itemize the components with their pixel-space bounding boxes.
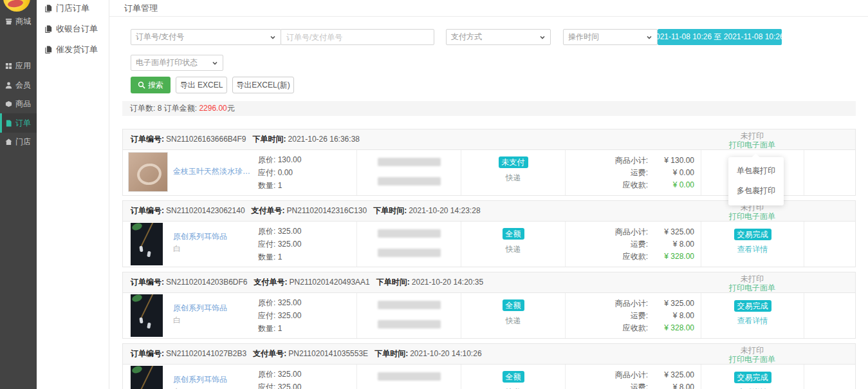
customer-info-redacted [378, 301, 441, 309]
order-time-label: 下单时间: [253, 135, 286, 144]
product-name-block: 原创系列耳饰品 白 [173, 231, 254, 254]
pay-no-value: PN2110201420493AA1 [290, 278, 370, 287]
submenu-item-urge-shipment-orders[interactable]: 催发货订单 [37, 42, 109, 57]
sidebar-item-goods[interactable]: 商品 [0, 95, 37, 113]
original-price-value: 130.00 [278, 155, 302, 164]
print-status-text: 未打印 [701, 346, 804, 355]
order-customer-cell [356, 150, 461, 195]
order-card-body: 原创系列耳饰品 白 原价: 325.00 应付: 325.00 数量: 1 全额 [123, 222, 855, 267]
order-no-label: 订单编号: [131, 135, 164, 144]
quantity-value: 1 [278, 181, 282, 190]
sidebar-item-orders[interactable]: 订单 [0, 113, 37, 133]
app-logo[interactable] [3, 0, 30, 12]
document-copy-icon [44, 46, 52, 53]
sidebar-item-stores[interactable]: 门店 [0, 133, 37, 151]
product-link[interactable]: 金枝玉叶天然淡水珍珠手链设... [173, 166, 254, 176]
waybill-print-status-select[interactable]: 电子面单打印状态 [131, 55, 223, 71]
order-actions-cell: 交易完成 查看详情 [701, 222, 804, 267]
receivable-value: ¥ 328.00 [648, 322, 694, 334]
print-status-block: 未打印 打印电子面单 [701, 345, 804, 364]
product-price-block: 原价: 325.00 应付: 325.00 数量: 1 [258, 368, 301, 389]
submenu-item-label: 门店订单 [56, 3, 89, 14]
sidebar-item-label: 门店 [15, 137, 31, 147]
date-range-button[interactable]: 2021-11-08 10:26 至 2021-11-08 10:26 [658, 29, 782, 45]
delivery-method: 快递 [461, 316, 565, 327]
submenu-item-cashier-orders[interactable]: 收银台订单 [37, 21, 109, 37]
view-details-link[interactable]: 查看详情 [701, 244, 804, 255]
subtotal-label: 商品小计: [573, 369, 648, 381]
print-waybill-link[interactable]: 打印电子面单 [701, 212, 804, 221]
shipping-value: ¥ 8.00 [648, 381, 694, 389]
product-name-block: 原创系列耳饰品 白 [173, 374, 254, 389]
select-value: 订单号/支付号 [136, 32, 184, 43]
submenu-item-store-orders[interactable]: 门店订单 [37, 1, 109, 16]
quantity-label: 数量: [258, 324, 275, 333]
multi-package-print-item[interactable]: 多包裹打印 [728, 182, 784, 199]
order-empty-cell [804, 222, 855, 267]
product-link[interactable]: 原创系列耳饰品 [173, 303, 254, 313]
order-number-type-select[interactable]: 订单号/支付号 [131, 29, 281, 45]
order-card: 订单编号:SN21102014203B6DF6支付单号:PN2110201420… [122, 272, 856, 339]
pay-method-select[interactable]: 支付方式 [446, 29, 551, 45]
print-waybill-link[interactable]: 打印电子面单 [701, 355, 804, 364]
select-value: 操作时间 [568, 32, 599, 43]
customer-info-redacted [378, 320, 441, 328]
order-card: 订单编号:SN211020141027B2B3支付单号:PN2110201410… [122, 343, 856, 389]
pay-no-value: PN211020142316C130 [287, 206, 367, 215]
order-number-input[interactable] [281, 29, 434, 45]
customer-info-redacted [378, 177, 441, 185]
leaf-graphic [131, 294, 143, 303]
product-variant: 白 [173, 315, 254, 325]
print-status-text: 未打印 [701, 274, 804, 283]
order-product-cell: 原创系列耳饰品 白 原价: 325.00 应付: 325.00 数量: 1 [123, 222, 356, 267]
chevron-down-icon [270, 34, 276, 41]
search-button[interactable]: 搜索 [131, 77, 171, 93]
chevron-down-icon [212, 60, 218, 66]
order-no-label: 订单编号: [131, 349, 164, 358]
sidebar-item-members[interactable]: 会员 [0, 76, 37, 94]
subtotal-value: ¥ 325.00 [648, 298, 694, 310]
order-payment-cell: 全额 快递 [461, 222, 565, 267]
receivable-value: ¥ 0.00 [648, 179, 694, 191]
order-actions-cell: 交易完成 查看详情 [701, 293, 804, 338]
order-amount: 2296.00 [199, 104, 226, 113]
earring-graphic [147, 323, 151, 329]
sidebar-item-apps[interactable]: 应用 [0, 57, 37, 75]
order-time-label: 下单时间: [374, 349, 408, 358]
view-details-link[interactable]: 查看详情 [701, 316, 804, 327]
sidebar-item-mall[interactable]: 商城 [0, 12, 37, 30]
order-time-label: 下单时间: [373, 206, 407, 215]
shipping-value: ¥ 0.00 [648, 167, 694, 179]
product-link[interactable]: 原创系列耳饰品 [173, 231, 254, 242]
chevron-down-icon [539, 34, 546, 41]
single-package-print-item[interactable]: 单包裹打印 [728, 162, 784, 179]
export-excel-label: 导出 EXCEL [180, 80, 223, 91]
quantity-value: 1 [278, 252, 282, 261]
document-copy-icon [44, 5, 52, 12]
order-amount-unit: 元 [227, 104, 235, 113]
product-price-block: 原价: 325.00 应付: 325.00 数量: 1 [258, 296, 301, 335]
order-payment-cell: 全额 快递 [461, 293, 565, 338]
quantity-label: 数量: [258, 181, 275, 190]
product-image [131, 294, 163, 337]
export-excel-button[interactable]: 导出 EXCEL [176, 77, 227, 93]
export-excel-new-button[interactable]: 导出EXCEL(新) [232, 77, 294, 93]
time-type-select[interactable]: 操作时间 [563, 29, 658, 45]
order-amount-label: 订单金额: [164, 104, 197, 113]
payable-value: 325.00 [278, 311, 302, 320]
print-waybill-link[interactable]: 打印电子面单 [701, 140, 804, 149]
date-range-text: 2021-11-08 10:26 至 2021-11-08 10:26 [651, 32, 784, 43]
apps-icon [5, 62, 12, 70]
order-card: 订单编号:SN211026163666B4F9下单时间:2021-10-26 1… [122, 129, 856, 196]
original-price-value: 325.00 [278, 227, 302, 236]
order-no-value: SN2110201423062140 [166, 206, 245, 215]
product-link[interactable]: 原创系列耳饰品 [173, 374, 254, 384]
earring-graphic [139, 246, 143, 252]
submenu-item-label: 催发货订单 [56, 44, 98, 55]
order-card: 订单编号:SN2110201423062140支付单号:PN2110201423… [122, 200, 856, 267]
print-waybill-link[interactable]: 打印电子面单 [701, 283, 804, 292]
order-time-value: 2021-10-20 14:10:26 [410, 349, 481, 358]
order-amounts-cell: 商品小计:¥ 325.00 运费:¥ 8.00 应收款:¥ 328.00 [565, 365, 701, 389]
receivable-label: 应收款: [573, 322, 648, 334]
subtotal-value: ¥ 325.00 [648, 226, 694, 238]
